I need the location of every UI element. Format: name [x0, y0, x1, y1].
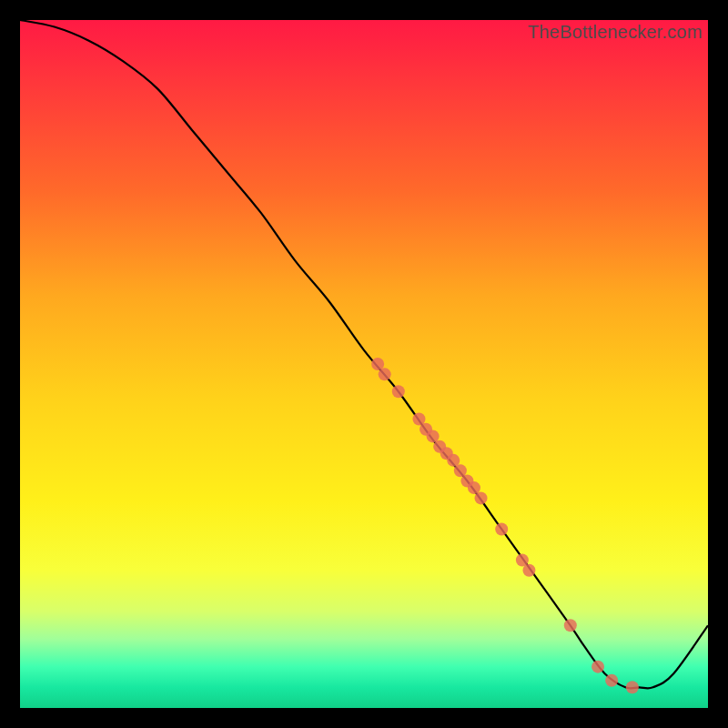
data-dot	[392, 385, 405, 398]
data-dot	[592, 661, 604, 673]
data-dot	[379, 368, 391, 380]
bottleneck-curve	[20, 20, 708, 688]
plot-area: TheBottlenecker.com	[20, 20, 708, 708]
data-dot	[605, 674, 618, 687]
chart-svg	[20, 20, 708, 708]
data-dot	[626, 681, 639, 693]
data-dot	[495, 522, 508, 535]
data-dot	[475, 491, 488, 504]
data-dot	[522, 564, 535, 577]
data-dot	[564, 619, 577, 632]
